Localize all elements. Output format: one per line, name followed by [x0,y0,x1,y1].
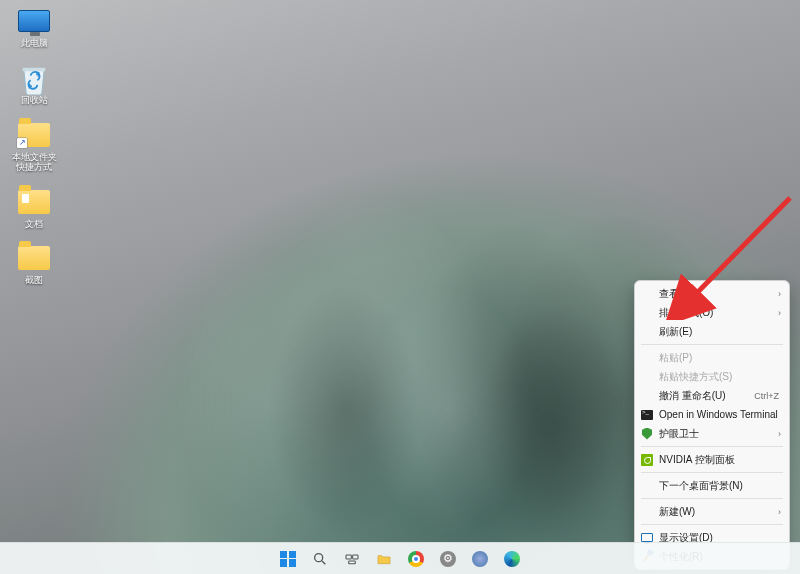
taskview-icon [344,551,360,567]
menu-item-label: 撤消 重命名(U) [659,389,726,403]
nvidia-icon [640,453,654,467]
menu-item-new[interactable]: 新建(W)› [635,502,789,521]
menu-item-label: 排序方式(O) [659,306,713,320]
svg-line-2 [322,561,325,564]
menu-shortcut: Ctrl+Z [754,391,779,401]
menu-separator [641,524,783,525]
terminal-icon [640,408,654,422]
desktop-icon-folder-docs[interactable]: 文档 [6,185,62,230]
start-button[interactable] [275,546,301,572]
folder-icon [376,551,392,567]
folder-icon [17,241,51,275]
svg-rect-5 [349,561,356,564]
monitor-icon [17,4,51,38]
taskbar-app-button[interactable] [467,546,493,572]
desktop-icon-recycle-bin[interactable]: 回收站 [6,61,62,106]
desktop-icon-folder-shortcut[interactable]: 本地文件夹 快捷方式 [6,118,62,173]
menu-item-label: 查看(V) [659,287,692,301]
menu-item-eye-guard[interactable]: 护眼卫士› [635,424,789,443]
chevron-right-icon: › [778,308,781,318]
menu-item-paste: 粘贴(P) [635,348,789,367]
chevron-right-icon: › [778,289,781,299]
taskbar-settings-button[interactable] [435,546,461,572]
icon-label: 回收站 [21,96,48,106]
menu-item-label: 护眼卫士 [659,427,699,441]
shield-icon [640,427,654,441]
gear-icon [440,551,456,567]
desktop-context-menu: 查看(V)› 排序方式(O)› 刷新(E) 粘贴(P) 粘贴快捷方式(S) 撤消… [634,280,790,570]
menu-separator [641,498,783,499]
menu-item-undo-rename[interactable]: 撤消 重命名(U)Ctrl+Z [635,386,789,405]
menu-item-nvidia[interactable]: NVIDIA 控制面板 [635,450,789,469]
menu-item-view[interactable]: 查看(V)› [635,284,789,303]
chevron-right-icon: › [778,507,781,517]
menu-item-paste-shortcut: 粘贴快捷方式(S) [635,367,789,386]
icon-label: 此电脑 [21,39,48,49]
folder-icon [17,185,51,219]
icon-label: 截图 [25,276,43,286]
menu-item-label: Open in Windows Terminal [659,409,778,420]
menu-separator [641,344,783,345]
desktop-icons-area: 此电脑 回收站 本地文件夹 快捷方式 文档 截图 [6,4,62,286]
icon-label: 本地文件夹 快捷方式 [12,153,57,173]
chevron-right-icon: › [778,429,781,439]
taskbar-taskview-button[interactable] [339,546,365,572]
chrome-icon [408,551,424,567]
menu-separator [641,472,783,473]
svg-point-1 [315,553,323,561]
taskbar [0,542,800,574]
menu-item-refresh[interactable]: 刷新(E) [635,322,789,341]
menu-item-sort[interactable]: 排序方式(O)› [635,303,789,322]
icon-label: 文档 [25,220,43,230]
menu-item-label: 粘贴快捷方式(S) [659,370,732,384]
menu-separator [641,446,783,447]
menu-item-label: 下一个桌面背景(N) [659,479,743,493]
taskbar-search-button[interactable] [307,546,333,572]
taskbar-chrome-button[interactable] [403,546,429,572]
edge-icon [504,551,520,567]
menu-item-label: 粘贴(P) [659,351,692,365]
taskbar-explorer-button[interactable] [371,546,397,572]
svg-rect-4 [353,555,358,559]
menu-item-label: 新建(W) [659,505,695,519]
menu-item-next-wallpaper[interactable]: 下一个桌面背景(N) [635,476,789,495]
recycle-bin-icon [17,61,51,95]
search-icon [312,551,328,567]
desktop-icon-folder-screenshots[interactable]: 截图 [6,241,62,286]
menu-item-label: NVIDIA 控制面板 [659,453,735,467]
windows-logo-icon [280,551,296,567]
svg-rect-3 [346,555,351,559]
app-icon [472,551,488,567]
menu-item-label: 刷新(E) [659,325,692,339]
desktop-icon-this-pc[interactable]: 此电脑 [6,4,62,49]
taskbar-edge-button[interactable] [499,546,525,572]
menu-item-open-terminal[interactable]: Open in Windows Terminal [635,405,789,424]
folder-icon [17,118,51,152]
